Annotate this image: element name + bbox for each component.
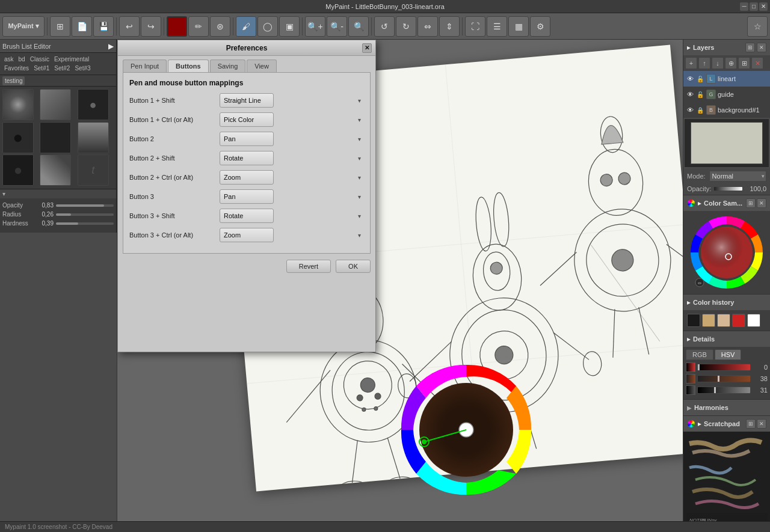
zoom-in-button[interactable]: 🔍+ [305, 16, 325, 37]
prefs-close-button[interactable]: ✕ [362, 43, 372, 53]
mapping-select-3[interactable]: Straight Line Pick Color Pan Rotate Zoom [220, 151, 274, 165]
opacity-track[interactable] [713, 186, 743, 191]
duplicate-layer-button[interactable]: ⊕ [725, 57, 737, 69]
color-swatch-4[interactable] [747, 314, 760, 327]
detail-track-0[interactable] [697, 364, 751, 371]
color-wheel[interactable] [400, 364, 532, 496]
hardness-slider[interactable] [56, 222, 114, 225]
brush-cat-set3[interactable]: Set#3 [72, 64, 93, 73]
settings-button[interactable]: ☆ [747, 16, 768, 37]
mapping-select-0[interactable]: Straight Line Pick Color Pan Rotate Zoom [220, 93, 274, 108]
maximize-button[interactable]: □ [750, 2, 758, 11]
brush-cell-9[interactable]: t [78, 154, 109, 186]
brush-active-category[interactable]: testing [2, 76, 25, 85]
color-swatch-0[interactable] [687, 314, 700, 327]
layers-close-btn[interactable]: ✕ [757, 43, 766, 52]
zoom-out-button[interactable]: 🔍- [327, 16, 347, 37]
brush-selector[interactable]: ✏ [188, 16, 209, 37]
layer-row-guide[interactable]: 👁 🔓 G guide [683, 87, 770, 102]
tab-buttons[interactable]: Buttons [168, 60, 209, 72]
undo-button[interactable]: ↩ [119, 16, 140, 37]
color-history-header[interactable]: ▸ Color history [683, 295, 770, 310]
mapping-select-4[interactable]: Straight Line Pick Color Pan Rotate Zoom [220, 170, 274, 185]
new-button[interactable]: ⊞ [50, 16, 70, 37]
layers-header[interactable]: ▸ Layers ⊞ ✕ [683, 40, 770, 55]
symmetry-button[interactable]: ⊛ [210, 16, 230, 37]
scratchpad-canvas[interactable]: NOTES BUNny [683, 432, 770, 528]
revert-button[interactable]: Revert [286, 260, 331, 273]
brush-cell-4[interactable]: ● [2, 122, 34, 153]
color-sampler-header[interactable]: ▸ Color Sam... ⊞ ✕ [683, 195, 770, 211]
brush-cell-1[interactable] [2, 89, 34, 120]
detail-track-1[interactable] [697, 375, 751, 382]
save-as-button[interactable]: 💾 [93, 16, 114, 37]
layer-row-lineart[interactable]: 👁 🔓 L lineart [683, 71, 770, 87]
ok-button[interactable]: OK [336, 260, 371, 273]
color-sampler-expand[interactable]: ⊞ [746, 198, 756, 208]
color-wheel-small[interactable]: ✏ [683, 211, 770, 294]
mapping-select-5[interactable]: Straight Line Pick Color Pan Rotate Zoom [220, 189, 274, 204]
tab-view[interactable]: View [247, 60, 277, 72]
flip-h-button[interactable]: ⇔ [417, 16, 438, 37]
brush-cat-bd[interactable]: bd [16, 55, 28, 64]
brush-cell-8[interactable] [40, 154, 71, 186]
redo-button[interactable]: ↪ [141, 16, 161, 37]
tab-hsv[interactable]: HSV [715, 349, 742, 360]
rotate-ccw-button[interactable]: ↺ [374, 16, 395, 37]
brush-cat-ask[interactable]: ask [2, 55, 16, 64]
brush-cell-2[interactable] [40, 89, 71, 120]
brush-cat-classic[interactable]: Classic [28, 55, 52, 64]
delete-layer-button[interactable]: ✕ [751, 57, 763, 69]
rotate-cw-button[interactable]: ↻ [396, 16, 416, 37]
scratchpad-expand-btn[interactable]: ⊞ [746, 419, 756, 429]
fullscreen-button[interactable]: ⛶ [465, 16, 485, 37]
brush-cell-7[interactable]: ● [2, 154, 34, 186]
layers-expand-btn[interactable]: ⊞ [745, 43, 755, 52]
brush-cat-favorites[interactable]: Favorites [2, 64, 31, 73]
background-button[interactable]: ☰ [487, 16, 507, 37]
mode-select[interactable]: Normal Multiply Screen Overlay [709, 171, 766, 182]
minimize-button[interactable]: ─ [740, 2, 748, 11]
app-menu-button[interactable]: MyPaint ▾ [2, 16, 45, 37]
brush-cat-set1[interactable]: Set#1 [31, 64, 52, 73]
brush-cell-3[interactable]: ● [78, 89, 109, 120]
color-swatch-3[interactable] [732, 314, 745, 327]
zoom-reset-button[interactable]: 🔍 [348, 16, 369, 37]
erase-mode[interactable]: ◯ [257, 16, 278, 37]
add-layer-button[interactable]: + [685, 57, 697, 69]
merge-layer-button[interactable]: ⊞ [738, 57, 750, 69]
layer-row-background[interactable]: 👁 🔒 B background#1 [683, 102, 770, 118]
scratchpad-close-btn[interactable]: ✕ [757, 419, 766, 429]
paint-mode[interactable]: 🖌 [236, 16, 256, 37]
brush-cell-6[interactable] [78, 122, 109, 153]
color-swatch[interactable] [167, 16, 187, 37]
opacity-slider[interactable] [56, 204, 114, 207]
close-button[interactable]: ✕ [759, 2, 768, 11]
layer-eye-guide[interactable]: 👁 [686, 91, 694, 98]
radius-slider[interactable] [56, 213, 114, 216]
scratchpad-header[interactable]: ▸ Scratchpad ⊞ ✕ [683, 416, 770, 432]
layer-lock-bg[interactable]: 🔒 [696, 107, 704, 114]
mapping-select-7[interactable]: Straight Line Pick Color Pan Rotate Zoom [220, 228, 274, 242]
color-swatch-1[interactable] [702, 314, 715, 327]
fill-mode[interactable]: ▣ [279, 16, 300, 37]
tab-saving[interactable]: Saving [210, 60, 246, 72]
brush-cell-5[interactable] [40, 122, 71, 153]
tab-rgb[interactable]: RGB [686, 349, 713, 360]
mapping-select-6[interactable]: Straight Line Pick Color Pan Rotate Zoom [220, 209, 274, 223]
brush-list-expand[interactable]: ▾ [2, 191, 5, 197]
frame-button[interactable]: ▦ [508, 16, 529, 37]
mapping-select-2[interactable]: Straight Line Pick Color Pan Rotate Zoom [220, 132, 274, 146]
details-header[interactable]: ▸ Details [683, 331, 770, 347]
brush-cat-set2[interactable]: Set#2 [52, 64, 72, 73]
layer-eye-lineart[interactable]: 👁 [686, 75, 694, 82]
flip-v-button[interactable]: ⇕ [439, 16, 460, 37]
move-layer-down-button[interactable]: ↓ [712, 57, 724, 69]
canvas-area[interactable]: Preferences ✕ Pen Input Buttons Saving V… [117, 40, 683, 532]
brush-cat-experimental[interactable]: Experimental [52, 55, 91, 64]
layer-lock-guide[interactable]: 🔓 [696, 91, 704, 98]
mapping-select-1[interactable]: Straight Line Pick Color Pan Rotate Zoom [220, 112, 274, 127]
color-sampler-close[interactable]: ✕ [757, 198, 766, 208]
open-button[interactable]: 📄 [72, 16, 92, 37]
layer-lock-lineart[interactable]: 🔓 [696, 76, 704, 82]
